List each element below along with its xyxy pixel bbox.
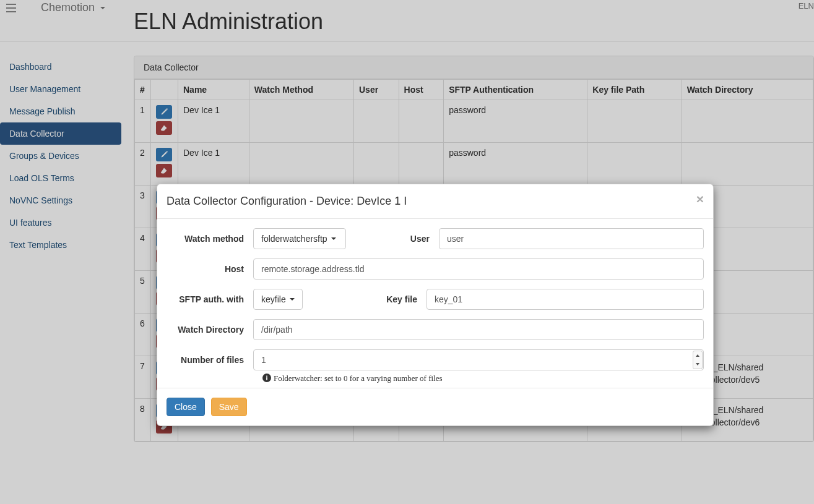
sftp-auth-label: SFTP auth. with [167, 294, 253, 304]
save-button[interactable]: Save [211, 398, 247, 416]
svg-rect-5 [266, 376, 267, 377]
watch-method-dropdown[interactable]: folderwatchersftp [253, 228, 346, 249]
key-file-input[interactable] [426, 289, 704, 310]
number-of-files-input[interactable] [253, 349, 704, 370]
user-label: User [383, 234, 439, 244]
number-of-files-help: Folderwatcher: set to 0 for a varying nu… [167, 374, 704, 385]
sftp-auth-value: keyfile [261, 294, 286, 304]
watch-method-label: Watch method [167, 234, 253, 244]
close-button[interactable]: Close [167, 398, 205, 416]
watch-directory-label: Watch Directory [167, 325, 253, 335]
stepper-down-icon[interactable] [693, 360, 702, 369]
user-input[interactable] [439, 228, 704, 249]
host-label: Host [167, 264, 253, 274]
sftp-auth-dropdown[interactable]: keyfile [253, 289, 303, 310]
key-file-label: Key file [340, 294, 426, 304]
chevron-down-icon [331, 237, 336, 240]
close-icon[interactable]: × [696, 192, 704, 205]
watch-method-value: folderwatchersftp [261, 234, 327, 244]
data-collector-config-modal: × Data Collector Configuration - Device:… [157, 184, 714, 426]
chevron-down-icon [290, 298, 295, 301]
watch-directory-input[interactable] [253, 319, 704, 340]
number-of-files-label: Number of files [167, 355, 253, 365]
info-icon [262, 374, 271, 385]
host-input[interactable] [253, 258, 704, 280]
svg-rect-4 [266, 377, 267, 380]
number-stepper[interactable] [693, 351, 703, 369]
stepper-up-icon[interactable] [693, 351, 702, 360]
modal-title: Data Collector Configuration - Device: D… [167, 194, 704, 209]
